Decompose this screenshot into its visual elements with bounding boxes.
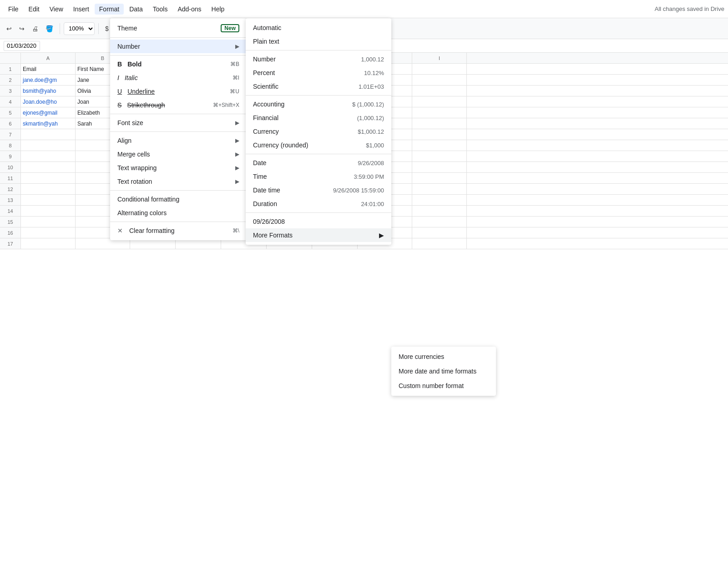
cell-i6[interactable] (412, 118, 467, 129)
row-header-8[interactable]: 8 (0, 140, 20, 151)
format-wrap-item[interactable]: Text wrapping ▶ (110, 161, 247, 175)
number-number-item[interactable]: Number 1,000.12 (246, 52, 391, 66)
cell-a6[interactable]: skmartin@yah (21, 118, 76, 129)
row-header-15[interactable]: 15 (0, 217, 20, 227)
format-italic-item[interactable]: I Italic ⌘I (110, 71, 247, 85)
cell-a5[interactable]: ejones@gmail (21, 107, 76, 118)
format-bold-item[interactable]: B Bold ⌘B (110, 57, 247, 71)
row-header-13[interactable]: 13 (0, 195, 20, 206)
custom-number-format-item[interactable]: Custom number format (391, 378, 496, 393)
cell-i12[interactable] (412, 184, 467, 194)
number-accounting-item[interactable]: Accounting $ (1,000.12) (246, 97, 391, 111)
cell-i16[interactable] (412, 227, 467, 238)
row-header-16[interactable]: 16 (0, 227, 20, 238)
col-header-a[interactable]: A (21, 53, 76, 63)
paint-format-button[interactable]: 🪣 (43, 23, 56, 34)
format-fontsize-item[interactable]: Font size ▶ (110, 116, 247, 130)
format-align-item[interactable]: Align ▶ (110, 134, 247, 147)
format-theme-item[interactable]: Theme New (110, 21, 247, 35)
number-automatic-item[interactable]: Automatic (246, 21, 391, 35)
number-custom-date-item[interactable]: 09/26/2008 (246, 215, 391, 228)
cell-i1[interactable] (412, 64, 467, 74)
menu-file[interactable]: File (4, 4, 23, 15)
number-scientific-item[interactable]: Scientific 1.01E+03 (246, 80, 391, 93)
undo-button[interactable]: ↩ (4, 23, 15, 34)
row-header-7[interactable]: 7 (0, 129, 20, 140)
cell-i13[interactable] (412, 195, 467, 205)
number-currency-item[interactable]: Currency $1,000.12 (246, 125, 391, 138)
format-altcolors-item[interactable]: Alternating colors (110, 206, 247, 220)
cell-i9[interactable] (412, 151, 467, 161)
number-plaintext-item[interactable]: Plain text (246, 35, 391, 48)
cell-i15[interactable] (412, 217, 467, 227)
row-header-1[interactable]: 1 (0, 64, 20, 75)
cell-i2[interactable] (412, 75, 467, 85)
more-currencies-item[interactable]: More currencies (391, 349, 496, 364)
row-header-2[interactable]: 2 (0, 75, 20, 86)
more-formats-submenu[interactable]: More currencies More date and time forma… (391, 347, 496, 396)
number-financial-item[interactable]: Financial (1,000.12) (246, 111, 391, 125)
cell-a13[interactable] (21, 195, 76, 205)
cell-i11[interactable] (412, 173, 467, 183)
format-strike-item[interactable]: S Strikethrough ⌘+Shift+X (110, 98, 247, 112)
number-more-formats-item[interactable]: More Formats ▶ (246, 228, 391, 242)
row-header-11[interactable]: 11 (0, 173, 20, 184)
menu-addons[interactable]: Add-ons (173, 4, 206, 15)
menu-tools[interactable]: Tools (148, 4, 172, 15)
cell-a7[interactable] (21, 129, 76, 140)
menu-edit[interactable]: Edit (24, 4, 44, 15)
cell-a11[interactable] (21, 173, 76, 183)
cell-i5[interactable] (412, 107, 467, 118)
format-rotate-item[interactable]: Text rotation ▶ (110, 175, 247, 188)
row-header-4[interactable]: 4 (0, 96, 20, 107)
cell-a15[interactable] (21, 217, 76, 227)
cell-a10[interactable] (21, 162, 76, 172)
row-header-9[interactable]: 9 (0, 151, 20, 162)
format-number-item[interactable]: Number ▶ (110, 40, 247, 53)
cell-a16[interactable] (21, 227, 76, 238)
number-currency-rounded-item[interactable]: Currency (rounded) $1,000 (246, 138, 391, 152)
number-time-item[interactable]: Time 3:59:00 PM (246, 170, 391, 183)
cell-i4[interactable] (412, 96, 467, 107)
menu-view[interactable]: View (45, 4, 68, 15)
cell-i14[interactable] (412, 206, 467, 216)
zoom-select[interactable]: 100% (64, 22, 95, 35)
cell-reference[interactable] (4, 41, 40, 51)
format-clear-item[interactable]: ✕ Clear formatting ⌘\ (110, 224, 247, 237)
cell-i7[interactable] (412, 129, 467, 140)
cell-a4[interactable]: Joan.doe@ho (21, 96, 76, 107)
number-percent-item[interactable]: Percent 10.12% (246, 66, 391, 80)
number-duration-item[interactable]: Duration 24:01:00 (246, 197, 391, 211)
print-button[interactable]: 🖨 (29, 23, 41, 34)
cell-a12[interactable] (21, 184, 76, 194)
cell-a3[interactable]: bsmith@yaho (21, 86, 76, 96)
row-header-6[interactable]: 6 (0, 118, 20, 129)
number-date-item[interactable]: Date 9/26/2008 (246, 156, 391, 170)
menu-data[interactable]: Data (125, 4, 147, 15)
cell-i3[interactable] (412, 86, 467, 96)
number-submenu[interactable]: Automatic Plain text Number 1,000.12 Per… (246, 18, 391, 245)
format-dropdown[interactable]: Theme New Number ▶ B Bold ⌘B I Italic ⌘I… (110, 18, 247, 240)
format-conditional-item[interactable]: Conditional formatting (110, 192, 247, 206)
cell-i8[interactable] (412, 140, 467, 151)
menu-format[interactable]: Format (95, 4, 124, 15)
format-underline-item[interactable]: U Underline ⌘U (110, 85, 247, 98)
more-date-time-item[interactable]: More date and time formats (391, 364, 496, 378)
cell-a17[interactable] (21, 238, 76, 249)
cell-i10[interactable] (412, 162, 467, 172)
cell-a9[interactable] (21, 151, 76, 161)
col-header-i[interactable]: I (412, 53, 467, 63)
cell-a14[interactable] (21, 206, 76, 216)
number-datetime-item[interactable]: Date time 9/26/2008 15:59:00 (246, 183, 391, 197)
row-header-3[interactable]: 3 (0, 86, 20, 96)
cell-a2[interactable]: jane.doe@gm (21, 75, 76, 85)
row-header-10[interactable]: 10 (0, 162, 20, 173)
cell-a8[interactable] (21, 140, 76, 151)
row-header-12[interactable]: 12 (0, 184, 20, 195)
row-header-14[interactable]: 14 (0, 206, 20, 217)
menu-insert[interactable]: Insert (69, 4, 94, 15)
redo-button[interactable]: ↪ (16, 23, 27, 34)
menu-help[interactable]: Help (207, 4, 229, 15)
cell-a1[interactable]: Email (21, 64, 76, 74)
cell-i17[interactable] (412, 238, 467, 249)
